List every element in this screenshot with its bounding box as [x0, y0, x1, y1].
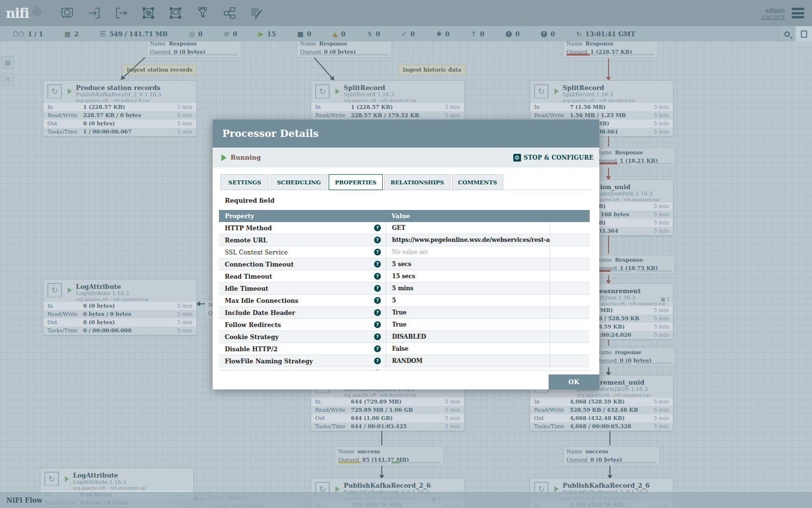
- input-port-icon[interactable]: [87, 6, 102, 20]
- status-item-transmitting: ◎0: [189, 30, 203, 38]
- help-icon[interactable]: ?: [374, 333, 381, 340]
- connection-label-c8[interactable]: NamesuccessQueued0 (0 bytes): [563, 447, 660, 465]
- process-group-icon[interactable]: [141, 6, 156, 20]
- status-item-disabled: ↯0: [367, 30, 380, 38]
- processor-icon[interactable]: [60, 6, 74, 20]
- property-name: Disable HTTP/2: [225, 345, 277, 353]
- processor-name: SplitRecord: [563, 84, 636, 91]
- search-button[interactable]: [778, 26, 796, 42]
- tab-settings[interactable]: SETTINGS: [220, 174, 269, 190]
- settings-icon: [801, 30, 807, 38]
- help-icon[interactable]: ?: [374, 249, 381, 255]
- processor-p2[interactable]: ↻SplitRecordSplitRecord 1.16.3org.apache…: [311, 80, 464, 120]
- tab-scheduling[interactable]: SCHEDULING: [271, 174, 327, 190]
- connection-label-c5[interactable]: NameResponseQueued1 (18.75 KB): [593, 255, 675, 274]
- user-box: admin LOG OUT: [761, 7, 785, 20]
- dialog-tabs: SETTINGSSCHEDULINGPROPERTIESRELATIONSHIP…: [220, 174, 592, 190]
- connection-label-c7[interactable]: NamesuccessQueued85 (141.37 MB): [335, 447, 444, 465]
- processor-p1[interactable]: ↻Produce station recordsPublishKafkaReco…: [43, 80, 197, 136]
- processor-type: SplitRecord 1.16.3: [563, 91, 636, 98]
- property-value: RANDOM: [392, 358, 422, 364]
- queued-icon: ☰: [100, 30, 106, 37]
- processor-bundle: org.apache.nifi - nifi-kafka-2-6-nar: [76, 98, 161, 103]
- queue-progress-bars: [150, 54, 238, 56]
- tab-comments[interactable]: COMMENTS: [452, 174, 504, 190]
- help-icon[interactable]: ?: [374, 273, 381, 280]
- breadcrumb[interactable]: NiFi Flow: [6, 496, 43, 504]
- help-icon[interactable]: ?: [374, 345, 381, 352]
- help-icon[interactable]: ?: [374, 237, 381, 243]
- tab-properties[interactable]: PROPERTIES: [329, 174, 383, 190]
- connection-path: [608, 59, 609, 77]
- top-toolbar: nifi admin LOG OUT: [0, 0, 812, 26]
- property-name-cell: Disable HTTP/2?: [219, 343, 386, 355]
- queue-progress-track: [566, 54, 609, 56]
- flow-settings-button[interactable]: [796, 26, 812, 42]
- processor-type: LogAttribute 1.16.3: [76, 290, 149, 297]
- template-icon[interactable]: [222, 6, 237, 20]
- logout-link[interactable]: LOG OUT: [761, 15, 785, 20]
- property-row: SSL Context Service?No value set: [219, 246, 590, 258]
- queue-progress-bars: [566, 462, 656, 463]
- tab-relationships[interactable]: RELATIONSHIPS: [384, 174, 450, 190]
- stale-icon: ↑: [471, 30, 477, 37]
- processor-stats: In4,068 (528.59 KB)5 minRead/Write528.59…: [530, 398, 673, 431]
- property-name: Cookie Strategy: [225, 333, 279, 341]
- property-extra-cell: [550, 246, 590, 258]
- pan-button[interactable]: ☝: [1, 73, 14, 86]
- locally-modified-icon: ✱: [436, 30, 442, 37]
- connection-path: [608, 136, 609, 147]
- ok-button[interactable]: OK: [549, 374, 599, 389]
- locally-modified-stale-icon: !: [506, 31, 512, 37]
- canvas-label-lab1[interactable]: Ingest station records: [122, 65, 197, 75]
- status-item-refresh[interactable]: ↻13:01:41 GMT: [576, 30, 635, 38]
- global-menu-icon[interactable]: [792, 8, 804, 18]
- connection-label-c10[interactable]: NameQueued: [205, 300, 213, 319]
- status-item-value: 0: [233, 30, 237, 38]
- help-icon[interactable]: ?: [374, 261, 381, 268]
- processor-stat-row: In0 (0 bytes)5 min: [44, 302, 196, 310]
- property-value: True: [392, 309, 406, 316]
- properties-table-header: Property Value: [219, 210, 590, 222]
- label-icon[interactable]: [249, 6, 264, 20]
- property-name-cell: Connection Timeout?: [219, 258, 386, 270]
- connection-label-c4[interactable]: NameResponseQueued1 (18.21 KB): [593, 148, 675, 166]
- status-item-locally-modified: ✱0: [436, 30, 450, 38]
- property-name-cell: Read Timeout?: [219, 270, 386, 282]
- queue-progress-fill: [338, 462, 361, 463]
- property-name: SSL Context Service: [225, 249, 288, 256]
- connection-label-c6[interactable]: NameresponseQueued0 (0 bytes): [593, 347, 675, 366]
- help-icon[interactable]: ?: [374, 370, 381, 371]
- help-icon[interactable]: ?: [374, 224, 381, 231]
- processor-bundle: org.apache.nifi - nifi-standard-nar: [344, 98, 417, 103]
- help-icon[interactable]: ?: [374, 358, 381, 364]
- processor-header: ↻SplitRecordSplitRecord 1.16.3org.apache…: [530, 81, 673, 103]
- help-icon[interactable]: ?: [374, 309, 381, 316]
- threads-icon: ▦: [64, 30, 71, 37]
- breadcrumb-bar: NiFi Flow: [0, 492, 812, 508]
- status-item-value: 0: [307, 30, 311, 38]
- processor-p10[interactable]: ↻LogAttributeLogAttribute 1.16.3org.apac…: [43, 279, 197, 335]
- remote-process-group-icon[interactable]: [168, 6, 183, 20]
- property-row: Remote URL?https://www.pegelonline.wsv.d…: [219, 234, 590, 246]
- stop-and-configure-button[interactable]: ⚙ STOP & CONFIGURE: [513, 154, 594, 162]
- property-row: Cookie Strategy?DISABLED: [219, 331, 590, 343]
- processor-stat-row: In644 (729.89 MB)5 min: [311, 398, 464, 406]
- canvas-label-lab2[interactable]: Ingest historic data: [398, 65, 465, 75]
- dialog-title: Processor Details: [222, 128, 319, 139]
- property-value: DISABLED: [392, 333, 426, 340]
- help-icon[interactable]: ?: [374, 297, 381, 304]
- property-name: Attributes to Send: [225, 370, 281, 371]
- property-name: FlowFile Naming Strategy: [225, 358, 313, 365]
- navigation-palette: ◎ ☝: [1, 56, 14, 86]
- funnel-icon[interactable]: [195, 6, 210, 20]
- property-row: HTTP Method?GET: [219, 222, 590, 234]
- help-icon[interactable]: ?: [374, 285, 381, 292]
- help-icon[interactable]: ?: [374, 321, 381, 328]
- dialog-status-strip: Running ⚙ STOP & CONFIGURE: [213, 148, 599, 167]
- property-extra-cell: [550, 295, 590, 306]
- queue-progress-track: [346, 54, 388, 56]
- output-port-icon[interactable]: [114, 6, 129, 20]
- birdseye-button[interactable]: ◎: [1, 56, 14, 69]
- status-item-value: 2: [74, 30, 79, 38]
